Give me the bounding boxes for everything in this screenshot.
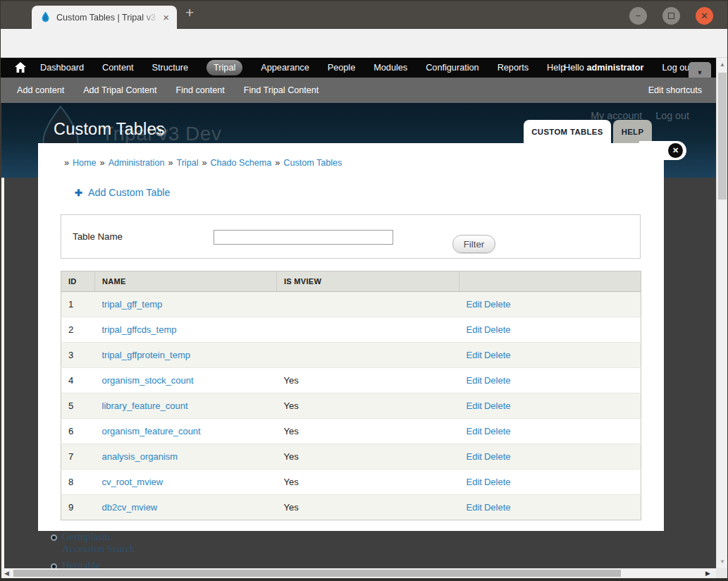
tab-title: Custom Tables | Tripal v3 Dev xyxy=(56,13,161,23)
scroll-up-icon[interactable]: ▲ xyxy=(717,61,728,68)
table-name-link[interactable]: db2cv_mview xyxy=(102,502,158,513)
cell-is-mview: Yes xyxy=(277,368,459,393)
vertical-scrollbar[interactable]: ▲ ▼ xyxy=(716,58,727,568)
vertical-scrollbar-thumb[interactable] xyxy=(718,73,727,200)
shortcut-link[interactable]: Add Tripal Content xyxy=(83,85,156,95)
sidebar-link[interactable]: Germplasm Accession Search xyxy=(62,531,135,554)
admin-menu-item[interactable]: Content xyxy=(102,63,133,73)
edit-shortcuts-link[interactable]: Edit shortcuts xyxy=(648,78,702,103)
table-row: 3 tripal_gffprotein_temp EditDelete xyxy=(61,343,641,368)
drupal-favicon-icon xyxy=(40,11,51,23)
breadcrumb-link[interactable]: Custom Tables xyxy=(283,158,342,168)
cell-is-mview: Yes xyxy=(277,393,459,419)
table-row: 8 cv_root_mview Yes EditDelete xyxy=(61,470,641,495)
breadcrumb-link[interactable]: Chado Schema xyxy=(210,158,271,168)
scroll-right-icon[interactable]: ▶ xyxy=(705,570,710,577)
table-row: 2 tripal_gffcds_temp EditDelete xyxy=(61,317,641,343)
maximize-button[interactable] xyxy=(662,7,680,25)
edit-link[interactable]: Edit xyxy=(467,400,482,411)
edit-link[interactable]: Edit xyxy=(467,451,482,462)
edit-link[interactable]: Edit xyxy=(467,375,482,386)
scroll-left-icon[interactable]: ◀ xyxy=(4,570,9,577)
admin-menu-item[interactable]: Configuration xyxy=(426,63,479,73)
table-name-link[interactable]: tripal_gff_temp xyxy=(102,299,163,310)
add-shortcut-icon[interactable]: + xyxy=(155,126,166,136)
add-custom-table-link[interactable]: Add Custom Table xyxy=(88,187,171,198)
edit-link[interactable]: Edit xyxy=(467,350,482,360)
chevron-down-icon: ▼ xyxy=(697,69,703,76)
delete-link[interactable]: Delete xyxy=(484,502,511,513)
table-name-link[interactable]: analysis_organism xyxy=(102,451,178,462)
delete-link[interactable]: Delete xyxy=(484,299,511,310)
edit-link[interactable]: Edit xyxy=(467,324,482,335)
overlay-close-area: ✕ xyxy=(639,141,686,160)
shortcut-link[interactable]: Find content xyxy=(176,85,225,95)
delete-link[interactable]: Delete xyxy=(484,451,511,462)
edit-link[interactable]: Edit xyxy=(467,426,482,436)
cell-is-mview: Yes xyxy=(277,444,459,470)
horizontal-scrollbar-thumb[interactable] xyxy=(13,570,621,577)
minimize-button[interactable]: − xyxy=(629,7,647,25)
table-name-link[interactable]: tripal_gffcds_temp xyxy=(102,324,177,335)
table-row: 4 organism_stock_count Yes EditDelete xyxy=(61,368,641,393)
admin-menu-item[interactable]: Appearance xyxy=(261,63,309,73)
admin-menu-item[interactable]: Tripal xyxy=(206,60,242,75)
breadcrumb-link[interactable]: Tripal xyxy=(176,158,198,168)
table-name-label: Table Name xyxy=(73,231,123,242)
cell-id: 3 xyxy=(61,343,95,368)
admin-menu-item[interactable]: Dashboard xyxy=(40,63,84,73)
cell-is-mview: Yes xyxy=(277,470,459,495)
shortcut-link[interactable]: Find Tripal Content xyxy=(244,85,319,95)
admin-menu-item[interactable]: Reports xyxy=(498,63,529,73)
cell-is-mview xyxy=(277,343,459,368)
admin-menu-item[interactable]: Help xyxy=(547,63,565,73)
admin-logout-link[interactable]: Log out xyxy=(662,63,692,73)
cell-is-mview: Yes xyxy=(277,419,459,444)
table-name-link[interactable]: tripal_gffprotein_temp xyxy=(102,350,191,360)
filter-fieldset: Table Name Filter xyxy=(61,214,641,259)
table-name-link[interactable]: organism_stock_count xyxy=(102,375,194,386)
delete-link[interactable]: Delete xyxy=(484,350,511,360)
site-logout-link[interactable]: Log out xyxy=(655,110,689,121)
scroll-down-icon[interactable]: ▼ xyxy=(717,558,728,565)
delete-link[interactable]: Delete xyxy=(484,375,511,386)
table-name-link[interactable]: cv_root_mview xyxy=(102,477,164,487)
delete-link[interactable]: Delete xyxy=(484,426,511,436)
delete-link[interactable]: Delete xyxy=(484,477,511,487)
shortcut-link[interactable]: Add content xyxy=(17,85,64,95)
overlay-panel: »Home»Administration»Tripal»Chado Schema… xyxy=(38,143,664,531)
admin-menu-item[interactable]: Structure xyxy=(152,63,188,73)
breadcrumb-link[interactable]: Administration xyxy=(109,158,165,168)
browser-window: Custom Tables | Tripal v3 Dev × + − ✕ ← … xyxy=(0,0,728,581)
admin-menu-item[interactable]: People xyxy=(328,63,356,73)
hello-user-text: Hello administrator xyxy=(564,63,644,73)
edit-link[interactable]: Edit xyxy=(467,299,482,310)
home-icon[interactable] xyxy=(15,62,26,73)
table-name-link[interactable]: organism_feature_count xyxy=(102,426,201,436)
close-window-button[interactable]: ✕ xyxy=(696,7,713,25)
new-tab-button[interactable]: + xyxy=(185,4,194,21)
browser-tab[interactable]: Custom Tables | Tripal v3 Dev × xyxy=(32,6,177,29)
admin-menu-item[interactable]: Modules xyxy=(374,63,407,73)
cell-is-mview xyxy=(277,292,459,317)
delete-link[interactable]: Delete xyxy=(484,324,511,335)
cell-id: 1 xyxy=(61,292,95,317)
delete-link[interactable]: Delete xyxy=(484,400,511,411)
browser-toolbar: ← → ↻ i localhost/#overlay=admin/tripal/… xyxy=(1,29,728,58)
tab-custom-tables[interactable]: CUSTOM TABLES xyxy=(524,120,611,143)
table-row: 5 library_feature_count Yes EditDelete xyxy=(61,393,641,419)
horizontal-scrollbar[interactable]: ◀ ▶ xyxy=(1,568,716,578)
tab-help[interactable]: HELP xyxy=(613,120,652,143)
table-name-link[interactable]: library_feature_count xyxy=(102,400,188,411)
edit-link[interactable]: Edit xyxy=(467,477,482,487)
breadcrumb-link[interactable]: Home xyxy=(73,158,97,168)
cell-is-mview: Yes xyxy=(277,495,459,520)
tab-close-icon[interactable]: × xyxy=(161,11,171,23)
cell-id: 9 xyxy=(61,495,95,520)
edit-link[interactable]: Edit xyxy=(467,502,482,513)
filter-button[interactable]: Filter xyxy=(452,235,495,253)
add-custom-table-row: ✚ Add Custom Table xyxy=(75,187,170,198)
overlay-close-button[interactable]: ✕ xyxy=(668,143,683,158)
table-name-input[interactable] xyxy=(214,230,393,245)
shortcut-links: Add contentAdd Tripal ContentFind conten… xyxy=(17,78,319,103)
